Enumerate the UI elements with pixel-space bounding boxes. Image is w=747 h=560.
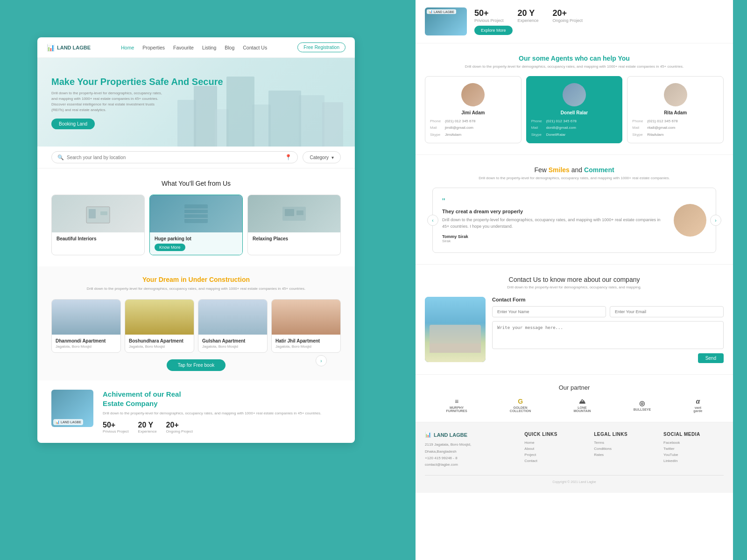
stat-num-0: 50+ — [103, 421, 129, 429]
nav-home[interactable]: Home — [121, 45, 134, 50]
feature-img-relaxing — [248, 195, 340, 232]
hero-text: Make Your Properties Safe And Secure Dri… — [51, 76, 223, 129]
stat-0: 50+ Privious Project — [103, 421, 129, 434]
footer-social-twitter[interactable]: Twitter — [663, 447, 724, 451]
footer-quick-about[interactable]: About — [524, 447, 585, 451]
feature-name-parking: Huge parking lot — [155, 236, 238, 241]
partner-logo-2: ⛰ LONE MOUNTAIN — [573, 398, 591, 413]
agents-section: Our some Agents who can help You Drill d… — [416, 43, 733, 155]
dream-subtitle: Drill down to the property-level for dem… — [51, 286, 341, 292]
contact-section: Contact Us to know more about our compan… — [416, 265, 733, 375]
footer-logo-icon: 📊 — [425, 432, 431, 438]
apt-name-1: Boshundhara Apartment — [129, 338, 190, 343]
right-stat-2: 20+ Ongoing Project — [553, 8, 583, 23]
apartments-grid: Dhanmondi Apartment Jagatola, Boro Mosji… — [51, 299, 341, 353]
footer-social-youtube[interactable]: YouTube — [663, 453, 724, 457]
apt-card-3: Hatir Jhil Apartment Jagatola, Boro Mosj… — [271, 299, 341, 353]
right-stat-num-2: 20+ — [553, 8, 583, 18]
testimonial-prev-button[interactable]: ‹ — [427, 215, 438, 226]
contact-email-input[interactable] — [610, 306, 724, 317]
apt-location-1: Jagatola, Boro Mosjid — [129, 344, 190, 349]
right-stat-0: 50+ Privious Project — [474, 8, 504, 23]
know-more-button[interactable]: Know More — [155, 244, 185, 251]
booking-button[interactable]: Booking Land — [51, 119, 95, 129]
partner-name-2: LONE MOUNTAIN — [573, 406, 591, 413]
svg-rect-8 — [285, 209, 294, 216]
right-stat-label-1: Experience — [518, 18, 539, 23]
location-pin-icon: 📍 — [285, 154, 292, 161]
contact-message-textarea[interactable] — [492, 321, 724, 349]
contact-send-button[interactable]: Send — [698, 353, 724, 363]
feature-info-parking: Huge parking lot Know More — [150, 232, 242, 255]
footer-brand-name: LAND LAGBE — [434, 432, 467, 438]
testimonial-author: Tommy Sirak — [442, 234, 666, 239]
apt-img-1 — [125, 300, 194, 335]
apt-img-3 — [272, 300, 340, 335]
footer-legal-rates[interactable]: Rates — [594, 453, 654, 457]
search-input[interactable] — [67, 155, 282, 160]
stat-num-1: 20 Y — [138, 421, 157, 429]
apt-name-2: Gulshan Apartment — [202, 338, 263, 343]
partner-symbol-0: ≡ — [455, 398, 458, 405]
apt-img-2 — [198, 300, 267, 335]
apt-location-0: Jagatola, Boro Mosjid — [56, 344, 117, 349]
category-label: Category — [310, 155, 329, 160]
partner-symbol-3: ◎ — [639, 399, 645, 407]
testimonial-next-button[interactable]: › — [710, 215, 721, 226]
agents-subtitle: Drill down to the property-level for dem… — [425, 64, 724, 70]
apartments-next-arrow[interactable]: › — [316, 355, 327, 366]
agent-name-2: Rita Adam — [632, 110, 719, 115]
agents-title: Our some Agents who can help You — [425, 55, 724, 62]
left-panel: 📊 LAND LAGBE Home Properties Favourite L… — [37, 37, 355, 443]
achievement-image: 📊 LAND LAGBE — [51, 390, 93, 427]
free-registration-button[interactable]: Free Registration — [297, 42, 345, 52]
footer-legal-title: LEGAL LINKS — [594, 432, 654, 437]
footer-quick-contact[interactable]: Contact — [524, 459, 585, 463]
stats-row: 50+ Privious Project 20 Y Experience 20+… — [103, 421, 321, 434]
category-dropdown[interactable]: Category ▾ — [303, 151, 341, 163]
tap-btn-wrap: Tap for Free book › — [51, 359, 341, 371]
footer-quick-home[interactable]: Home — [524, 441, 585, 445]
agent-name-1: Donell Ralar — [531, 110, 618, 115]
footer-legal-conditions[interactable]: Conditions — [594, 447, 654, 451]
testimonial-text: Drill down to the property-level for dem… — [442, 217, 666, 230]
feature-card-interiors: Beautiful Interiors — [51, 195, 145, 255]
footer-social-linkedin[interactable]: LinkedIn — [663, 459, 724, 463]
nav-blog[interactable]: Blog — [225, 45, 234, 50]
contact-name-input[interactable] — [492, 306, 606, 317]
achievement-badge: 📊 LAND LAGBE — [53, 419, 83, 425]
agent-card-0: Jimi Adam Phone(021) 012 345 678 Mailjim… — [425, 76, 521, 143]
right-hero-image: 📊 LAND LAGBE — [425, 7, 467, 35]
contact-form-title: Contact Form — [492, 297, 724, 302]
nav-favourite[interactable]: Favourite — [173, 45, 194, 50]
footer-legal-links: LEGAL LINKS Terms Conditions Rates — [594, 432, 654, 469]
nav-logo: 📊 LAND LAGBE — [47, 44, 91, 51]
search-icon: 🔍 — [57, 154, 64, 161]
feature-name-interiors: Beautiful Interiors — [56, 236, 140, 241]
explore-more-button[interactable]: Explore More — [474, 26, 513, 35]
dream-section: Your Dream in Under Construction Drill d… — [37, 266, 355, 380]
apt-info-3: Hatir Jhil Apartment Jagatola, Boro Mosj… — [272, 335, 340, 352]
achievement-text: Achivement of our Real Estate Company Dr… — [103, 390, 321, 434]
navigation: 📊 LAND LAGBE Home Properties Favourite L… — [37, 37, 355, 58]
agent-detail-2: Phone(021) 012 345 678 Mailrita8@gmail.c… — [632, 118, 719, 138]
nav-properties[interactable]: Properties — [142, 45, 165, 50]
feature-info-interiors: Beautiful Interiors — [52, 232, 144, 245]
nav-contact[interactable]: Contact Us — [243, 45, 267, 50]
contact-subtitle: Drill down to the property-level for dem… — [425, 285, 724, 289]
feature-img-parking — [150, 195, 242, 232]
footer-social-facebook[interactable]: Facebook — [663, 441, 724, 445]
footer-quick-project[interactable]: Project — [524, 453, 585, 457]
stat-2: 20+ Ongoing Project — [166, 421, 193, 434]
hero-subtitle: Drill down to the property-level for dem… — [51, 91, 163, 113]
tap-free-book-button[interactable]: Tap for Free book — [167, 359, 226, 371]
nav-listing[interactable]: Listing — [202, 45, 216, 50]
contact-house-image — [425, 297, 486, 362]
footer-legal-terms[interactable]: Terms — [594, 441, 654, 445]
dream-title: Your Dream in Under Construction — [51, 276, 341, 283]
footer-quick-links: QUICK LINKS Home About Project Contact — [524, 432, 585, 469]
footer-logo: 📊 LAND LAGBE — [425, 432, 515, 438]
right-top-section: 📊 LAND LAGBE 50+ Privious Project 20 Y E… — [416, 0, 733, 43]
stat-1: 20 Y Experience — [138, 421, 157, 434]
feature-name-relaxing: Relaxing Places — [253, 236, 336, 241]
